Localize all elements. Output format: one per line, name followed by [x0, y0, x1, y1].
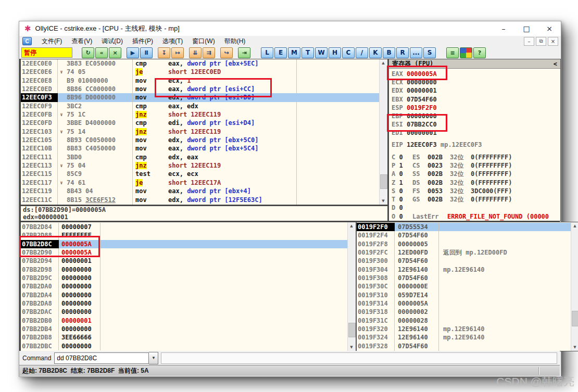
- menu-item[interactable]: 帮助(H): [220, 36, 250, 46]
- maximize-button[interactable]: □: [515, 21, 538, 36]
- register-row[interactable]: EDI 00000001: [389, 129, 560, 137]
- stack-row[interactable]: 0019F31800000002: [357, 308, 571, 316]
- stack-pane[interactable]: 0019F2F007D555340019F2F407D54F600019F2F8…: [356, 222, 578, 351]
- dump-row[interactable]: 07BB2D8C0000005A: [21, 240, 348, 248]
- debugging-options-button[interactable]: ≡: [446, 47, 459, 58]
- stack-row[interactable]: 0019F3140000005A: [357, 299, 571, 308]
- stack-row[interactable]: 0019F2F800000005: [357, 240, 571, 248]
- step-into-button[interactable]: ↧: [158, 47, 170, 58]
- dump-scrollbar[interactable]: ▲ ▼: [347, 222, 356, 351]
- disasm-row[interactable]: 12EEC1228B93 90000000movedx, dword ptr […: [21, 204, 380, 205]
- dump-row[interactable]: 07BB2DA400000000: [21, 291, 348, 299]
- disasm-row[interactable]: 12EEC0ED8B86 CC000000moveax, dword ptr […: [21, 85, 380, 93]
- disasm-row[interactable]: 12EEC113∨75 04jnzshort 12EEC119: [21, 161, 380, 170]
- view-memory-button[interactable]: M: [288, 47, 300, 58]
- menu-item[interactable]: 查看(V): [67, 36, 97, 46]
- register-row[interactable]: EBP 00000000: [389, 112, 560, 120]
- scrollbar-thumb[interactable]: [348, 323, 356, 337]
- disassembly-scrollbar[interactable]: ▲ ▼: [379, 59, 387, 205]
- view-cpu-button[interactable]: C: [342, 47, 355, 58]
- view-threads-button[interactable]: T: [301, 47, 314, 58]
- disasm-row[interactable]: 12EEC0FD3BBE D4000000cmpedi, dword ptr […: [21, 119, 380, 127]
- menu-item[interactable]: 选项(T): [158, 36, 187, 46]
- register-row[interactable]: EDX 00000001: [389, 86, 560, 95]
- disasm-row[interactable]: 12EEC0F93BC2cmpeax, edx: [21, 102, 380, 110]
- dump-row[interactable]: 07BB2D900000005A: [21, 248, 348, 257]
- stack-row[interactable]: 0019F30007D54F60: [357, 257, 571, 265]
- stack-row[interactable]: 0019F2F407D54F60: [357, 231, 571, 239]
- restart-button[interactable]: «: [95, 47, 108, 58]
- mdi-system-menu-icon[interactable]: C: [22, 37, 32, 45]
- dump-row[interactable]: 07BB2D9C00000000: [21, 274, 348, 282]
- register-row[interactable]: ESP 0019F2F0: [389, 104, 560, 112]
- dump-row[interactable]: 07BB2DB000000001: [21, 317, 348, 325]
- menu-item[interactable]: 调试(D): [97, 36, 128, 46]
- stack-row[interactable]: 0019F30412E96140mp.12E96140: [357, 265, 571, 274]
- menu-item[interactable]: 窗口(W): [187, 36, 219, 46]
- scroll-up-icon[interactable]: ▲: [571, 222, 578, 230]
- mdi-restore-button[interactable]: ⧉: [536, 37, 546, 46]
- disasm-row[interactable]: 12EEC0F38B96 D0000000movedx, dword ptr […: [21, 93, 380, 102]
- flag-row[interactable]: O 0LastErrERROR_FILE_NOT_FOUND (00000: [389, 212, 560, 221]
- flag-row[interactable]: Z 1DS002B32位0(FFFFFFFF): [389, 179, 560, 187]
- flag-row[interactable]: P 1CS002332位0(FFFFFFFF): [389, 161, 560, 170]
- register-row[interactable]: ECX 00000000: [389, 78, 560, 86]
- step-over-button[interactable]: ↦: [171, 47, 184, 58]
- scroll-up-icon[interactable]: ▲: [348, 222, 355, 230]
- view-run-trace-button[interactable]: ...: [410, 47, 422, 58]
- dump-row[interactable]: 07BB2D9800000000: [21, 265, 348, 274]
- disasm-row[interactable]: 12EEC0E6∨74 05jeshort 12EEC0ED: [21, 68, 380, 76]
- mdi-minimize-button[interactable]: –: [524, 37, 534, 46]
- stack-row[interactable]: 0019F32412E96140mp.12E96140: [357, 333, 571, 342]
- disasm-row[interactable]: 12EEC117∨74 61jeshort 12EEC17A: [21, 179, 380, 187]
- disasm-row[interactable]: 12EEC103∨75 14jnzshort 12EEC119: [21, 128, 380, 136]
- close-button[interactable]: ×: [538, 21, 561, 36]
- disasm-row[interactable]: 12EEC11C8B15 3CE6F512movedx, dword ptr […: [21, 196, 380, 204]
- disasm-row[interactable]: 12EEC1198B43 04moveax, dword ptr [ebx+4]: [21, 187, 380, 195]
- menu-item[interactable]: 文件(F): [37, 36, 67, 46]
- run-button[interactable]: ▶: [127, 47, 139, 58]
- flag-row[interactable]: T 0GS002B32位0(FFFFFFFF): [389, 195, 560, 204]
- appearance-button[interactable]: [460, 47, 472, 58]
- view-source-button[interactable]: S: [423, 47, 436, 58]
- registers-pane[interactable]: 寄存器 (FPU) < EAX 0000005AECX 00000000EDX …: [388, 59, 561, 221]
- flag-row[interactable]: C 0ES002B32位0(FFFFFFFF): [389, 153, 560, 161]
- pause-program-button[interactable]: Ⅱ: [140, 47, 153, 58]
- view-references-button[interactable]: R: [396, 47, 409, 58]
- dump-row[interactable]: 07BB2DB400000000: [21, 325, 348, 333]
- dump-row[interactable]: 07BB2D88FFFFFFFF: [21, 231, 348, 239]
- stack-row[interactable]: 0019F30C0000000E: [357, 282, 571, 290]
- close-program-button[interactable]: ×: [109, 47, 121, 58]
- stack-row[interactable]: 0019F32012E96140mp.12E96140: [357, 325, 571, 333]
- view-windows-button[interactable]: W: [315, 47, 328, 58]
- disasm-row[interactable]: 12EEC0E03B83 EC050000cmpeax, dword ptr […: [21, 59, 380, 68]
- view-breakpoints-button[interactable]: B: [383, 47, 395, 58]
- stack-row[interactable]: 0019F30807D54F60: [357, 274, 571, 282]
- stack-row[interactable]: 0019F32807D54F60: [357, 342, 571, 350]
- open-file-button[interactable]: ↻: [82, 47, 94, 58]
- view-handles-button[interactable]: H: [329, 47, 341, 58]
- view-executables-button[interactable]: E: [274, 47, 287, 58]
- scroll-down-icon[interactable]: ▼: [348, 344, 355, 351]
- stack-row[interactable]: 0019F2FC12ED00FD返回到 mp.12ED00FD: [357, 248, 571, 257]
- collapse-icon[interactable]: <: [554, 60, 557, 68]
- view-log-button[interactable]: L: [261, 47, 273, 58]
- register-row[interactable]: EBX 07D54F60: [389, 95, 560, 104]
- disasm-row[interactable]: 12EEC1058B93 C0050000movedx, dword ptr […: [21, 136, 380, 144]
- view-call-stack-button[interactable]: K: [369, 47, 382, 58]
- scroll-down-icon[interactable]: ▼: [380, 197, 387, 205]
- stack-row[interactable]: 0019F31C00000028: [357, 317, 571, 325]
- menu-item[interactable]: 插件(P): [128, 36, 158, 46]
- register-row-eip[interactable]: EIP 12EEC0F3 mp.12EEC0F3: [389, 141, 560, 149]
- command-input[interactable]: [54, 352, 149, 364]
- disasm-row[interactable]: 12EEC0FB∨75 1Cjnzshort 12EEC119: [21, 110, 380, 119]
- disasm-row[interactable]: 12EEC0E8B9 01000000movecx, 1: [21, 77, 380, 85]
- stack-row[interactable]: 0019F2F007D55534: [357, 223, 571, 231]
- dump-row[interactable]: 07BB2DA000000000: [21, 282, 348, 290]
- register-row[interactable]: EAX 0000005A: [389, 70, 560, 78]
- register-row[interactable]: ESI 07BB2CC0: [389, 120, 560, 129]
- disasm-row[interactable]: 12EEC11585C9testecx, ecx: [21, 170, 380, 178]
- disasm-row[interactable]: 12EEC1113BD0cmpedx, eax: [21, 153, 380, 161]
- scroll-up-icon[interactable]: ▲: [380, 59, 387, 67]
- scroll-down-icon[interactable]: ▼: [571, 344, 578, 351]
